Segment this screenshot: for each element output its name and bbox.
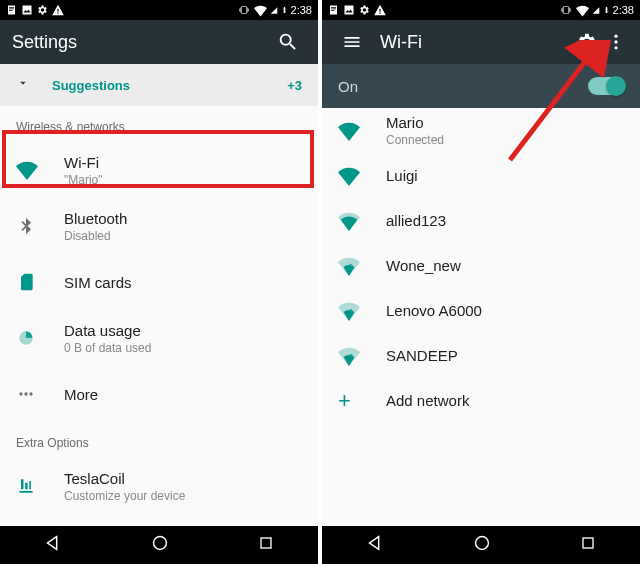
network-name: Luigi <box>386 167 624 184</box>
dots-vertical-icon <box>606 32 626 52</box>
nav-bar <box>0 526 318 564</box>
section-extra: Extra Options <box>0 422 318 458</box>
bluetooth-title: Bluetooth <box>64 210 302 227</box>
recent-icon <box>256 533 276 553</box>
sim-title: SIM cards <box>64 274 302 291</box>
network-item-mario[interactable]: Mario Connected <box>322 108 640 153</box>
settings-screen: 2:38 Settings Suggestions +3 Wireless & … <box>0 0 318 564</box>
wifi-signal-lock-icon <box>338 300 360 322</box>
page-title: Wi-Fi <box>380 32 568 53</box>
app-bar: Settings <box>0 20 318 64</box>
signal-icon <box>592 5 600 16</box>
network-name: SANDEEP <box>386 347 624 364</box>
network-name: Lenovo A6000 <box>386 302 624 319</box>
teslacoil-subtitle: Customize your device <box>64 489 302 503</box>
wifi-toggle[interactable] <box>588 77 624 95</box>
gear-icon <box>575 31 597 53</box>
gear-icon <box>36 4 48 16</box>
menu-button[interactable] <box>334 24 370 60</box>
gear-icon <box>358 4 370 16</box>
wifi-signal-lock-icon <box>338 345 360 367</box>
wifi-signal-icon <box>338 120 360 142</box>
suggestions-row[interactable]: Suggestions +3 <box>0 64 318 106</box>
wifi-screen: 2:38 Wi-Fi On Mario Connected Luigi <box>322 0 640 564</box>
teslacoil-icon <box>16 476 36 496</box>
page-icon <box>328 4 340 16</box>
more-item[interactable]: More <box>0 366 318 422</box>
status-time: 2:38 <box>613 4 634 16</box>
nav-recent-button[interactable] <box>256 533 276 557</box>
picture-icon <box>343 4 355 16</box>
more-icon <box>16 384 36 404</box>
sim-item[interactable]: SIM cards <box>0 254 318 310</box>
teslacoil-item[interactable]: TeslaCoil Customize your device <box>0 458 318 514</box>
wifi-state-label: On <box>338 78 358 95</box>
back-icon <box>364 532 386 554</box>
menu-icon <box>342 32 362 52</box>
bluetooth-icon <box>16 216 36 236</box>
plus-icon: + <box>338 390 351 412</box>
battery-icon <box>281 4 288 16</box>
chevron-down-icon <box>16 76 30 94</box>
status-bar: 2:38 <box>0 0 318 20</box>
wifi-icon <box>16 159 38 181</box>
search-icon <box>277 31 299 53</box>
sim-icon <box>16 272 36 292</box>
network-name: allied123 <box>386 212 624 229</box>
page-title: Settings <box>12 32 270 53</box>
vibrate-icon <box>559 4 573 16</box>
bluetooth-subtitle: Disabled <box>64 229 302 243</box>
wifi-status-icon <box>576 4 589 17</box>
network-item-lenovo[interactable]: Lenovo A6000 <box>322 288 640 333</box>
network-status: Connected <box>386 133 624 147</box>
wifi-subtitle: "Mario" <box>64 173 302 187</box>
wifi-signal-lock-icon <box>338 165 360 187</box>
nav-recent-button[interactable] <box>578 533 598 557</box>
nav-bar <box>322 526 640 564</box>
recent-icon <box>578 533 598 553</box>
network-item-allied123[interactable]: allied123 <box>322 198 640 243</box>
back-icon <box>42 532 64 554</box>
nav-home-button[interactable] <box>149 532 171 558</box>
wifi-status-icon <box>254 4 267 17</box>
teslacoil-title: TeslaCoil <box>64 470 302 487</box>
signal-icon <box>270 5 278 16</box>
network-name: Mario <box>386 114 624 131</box>
wifi-signal-lock-icon <box>338 210 360 232</box>
nav-back-button[interactable] <box>364 532 386 558</box>
page-icon <box>6 4 18 16</box>
data-usage-title: Data usage <box>64 322 302 339</box>
section-wireless: Wireless & networks <box>0 106 318 142</box>
data-usage-item[interactable]: Data usage 0 B of data used <box>0 310 318 366</box>
network-item-wone[interactable]: Wone_new <box>322 243 640 288</box>
add-network-label: Add network <box>386 392 624 409</box>
nav-back-button[interactable] <box>42 532 64 558</box>
picture-icon <box>21 4 33 16</box>
add-network-item[interactable]: + Add network <box>322 378 640 423</box>
search-button[interactable] <box>270 24 306 60</box>
more-title: More <box>64 386 302 403</box>
suggestions-count: +3 <box>287 78 302 93</box>
wifi-title: Wi-Fi <box>64 154 302 171</box>
network-name: Wone_new <box>386 257 624 274</box>
suggestions-label: Suggestions <box>52 78 287 93</box>
data-usage-icon <box>16 328 36 348</box>
wifi-item[interactable]: Wi-Fi "Mario" <box>0 142 318 198</box>
network-item-sandeep[interactable]: SANDEEP <box>322 333 640 378</box>
app-bar: Wi-Fi <box>322 20 640 64</box>
status-time: 2:38 <box>291 4 312 16</box>
vibrate-icon <box>237 4 251 16</box>
home-icon <box>149 532 171 554</box>
warning-icon <box>51 3 65 17</box>
wifi-toggle-bar: On <box>322 64 640 108</box>
warning-icon <box>373 3 387 17</box>
nav-home-button[interactable] <box>471 532 493 558</box>
data-usage-subtitle: 0 B of data used <box>64 341 302 355</box>
settings-button[interactable] <box>568 24 604 60</box>
wifi-signal-lock-icon <box>338 255 360 277</box>
battery-icon <box>603 4 610 16</box>
bluetooth-item[interactable]: Bluetooth Disabled <box>0 198 318 254</box>
status-bar: 2:38 <box>322 0 640 20</box>
network-item-luigi[interactable]: Luigi <box>322 153 640 198</box>
overflow-button[interactable] <box>604 24 628 60</box>
